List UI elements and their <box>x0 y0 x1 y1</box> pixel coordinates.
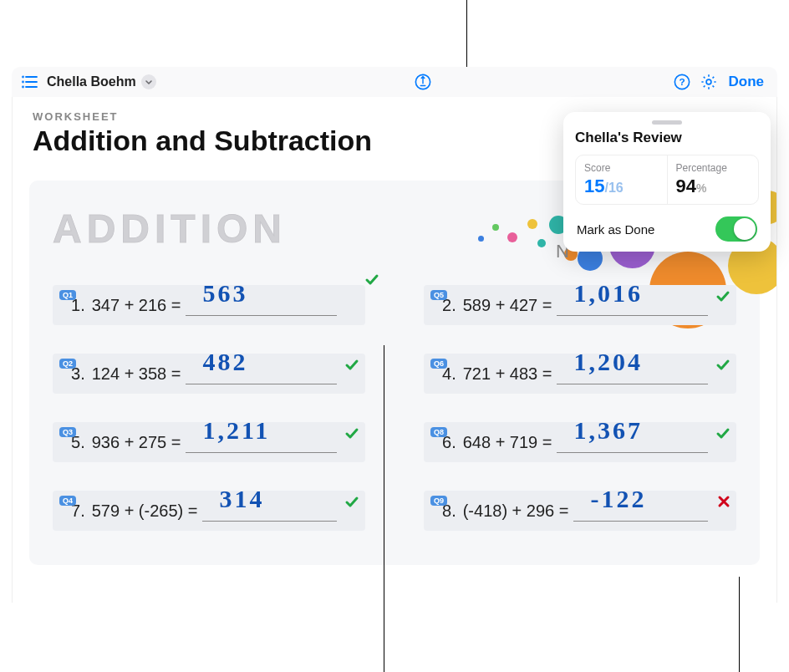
sidebar-toggle-button[interactable] <box>18 72 42 92</box>
answer-line[interactable]: 1,211 <box>186 428 337 453</box>
percentage-label: Percentage <box>676 162 751 174</box>
question-badge: Q2 <box>59 359 76 369</box>
question-row[interactable]: Q64.721 + 483 =1,204 <box>424 354 736 394</box>
cross-icon <box>716 494 731 509</box>
question-badge: Q4 <box>59 496 76 506</box>
settings-button[interactable] <box>695 70 722 94</box>
question-row[interactable]: Q86.648 + 719 =1,367 <box>424 422 736 462</box>
percentage-stat: Percentage 94% <box>667 155 759 204</box>
question-text: 936 + 275 = <box>92 433 181 452</box>
review-panel: Chella's Review Score 15/16 Percentage 9… <box>563 112 771 252</box>
percentage-value: 94% <box>676 176 751 197</box>
callout-line-right <box>739 577 740 672</box>
score-label: Score <box>584 162 659 174</box>
checkmark-icon <box>715 288 731 305</box>
handwritten-answer: 563 <box>202 279 247 308</box>
svg-point-3 <box>23 77 23 78</box>
question-badge: Q8 <box>430 427 447 437</box>
handwritten-answer: 314 <box>219 485 264 513</box>
answer-line[interactable]: -122 <box>573 496 708 522</box>
svg-point-4 <box>23 82 23 83</box>
answer-line[interactable]: 1,016 <box>557 291 708 316</box>
mark-as-done-row: Mark as Done <box>575 215 759 243</box>
checkmark-icon <box>715 425 731 442</box>
question-badge: Q5 <box>430 290 447 300</box>
answer-line[interactable]: 1,204 <box>557 359 708 384</box>
markup-button[interactable] <box>411 70 435 94</box>
done-button[interactable]: Done <box>722 74 771 90</box>
mark-as-done-label: Mark as Done <box>577 222 654 237</box>
question-text: (-418) + 296 = <box>463 501 569 521</box>
mark-as-done-toggle[interactable] <box>715 216 757 242</box>
question-badge: Q3 <box>59 427 76 437</box>
student-name: Chella Boehm <box>47 74 136 89</box>
review-title: Chella's Review <box>575 130 759 146</box>
question-text: 721 + 483 = <box>463 364 552 384</box>
answer-line[interactable]: 314 <box>202 496 337 522</box>
question-badge: Q9 <box>430 496 447 506</box>
question-badge: Q1 <box>59 290 76 300</box>
score-stat: Score 15/16 <box>576 155 667 204</box>
question-text: 589 + 427 = <box>463 296 552 315</box>
question-row[interactable]: Q98.(-418) + 296 =-122 <box>424 491 736 531</box>
panel-grabber[interactable] <box>652 120 682 125</box>
score-value: 15/16 <box>584 176 659 197</box>
question-badge: Q6 <box>430 359 447 369</box>
callout-line-top <box>466 0 467 67</box>
answer-line[interactable]: 563 <box>186 291 337 316</box>
questions-grid: Q11.347 + 216 =563Q52.589 + 427 =1,016Q2… <box>53 285 736 531</box>
svg-point-5 <box>23 87 23 88</box>
checkmark-icon <box>344 425 360 442</box>
answer-line[interactable]: 482 <box>186 359 337 384</box>
svg-text:?: ? <box>679 76 685 88</box>
question-text: 124 + 358 = <box>92 364 181 384</box>
handwritten-answer: 482 <box>202 348 247 376</box>
question-text: 579 + (-265) = <box>92 501 198 521</box>
callout-line-middle <box>384 345 384 672</box>
question-row[interactable]: Q47.579 + (-265) =314 <box>53 491 365 531</box>
answer-line[interactable]: 1,367 <box>557 428 708 453</box>
question-row[interactable]: Q52.589 + 427 =1,016 <box>424 285 736 325</box>
help-button[interactable]: ? <box>669 70 695 94</box>
handwritten-answer: 1,367 <box>573 416 643 445</box>
student-picker-button[interactable] <box>141 74 156 89</box>
review-stats: Score 15/16 Percentage 94% <box>575 155 759 205</box>
checkmark-icon <box>364 272 380 288</box>
checkmark-icon <box>344 357 360 374</box>
handwritten-answer: 1,211 <box>202 416 270 445</box>
question-text: 347 + 216 = <box>92 296 181 315</box>
question-row[interactable]: Q35.936 + 275 =1,211 <box>53 422 365 462</box>
question-text: 648 + 719 = <box>463 433 552 452</box>
svg-point-9 <box>706 79 711 84</box>
handwritten-answer: 1,016 <box>573 279 643 308</box>
handwritten-answer: -122 <box>590 485 646 513</box>
checkmark-icon <box>344 494 360 511</box>
checkmark-icon <box>715 357 731 374</box>
toolbar: Chella Boehm ? Done <box>12 67 777 97</box>
handwritten-answer: 1,204 <box>573 348 643 376</box>
question-row[interactable]: Q23.124 + 358 =482 <box>53 354 365 394</box>
question-row[interactable]: Q11.347 + 216 =563 <box>53 285 365 325</box>
